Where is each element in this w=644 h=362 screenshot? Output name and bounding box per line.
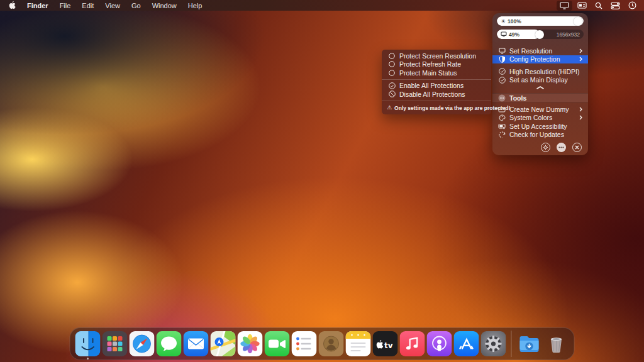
dock-trash[interactable] xyxy=(544,331,569,356)
submenu-item-disable-all-protections[interactable]: Disable All Protections xyxy=(382,90,491,99)
palette-icon xyxy=(498,114,506,121)
circle-icon xyxy=(388,70,396,76)
menu-help[interactable]: Help xyxy=(188,2,203,9)
running-indicator xyxy=(87,358,89,359)
menu-file[interactable]: File xyxy=(60,2,71,9)
dock-app-app-store[interactable] xyxy=(454,331,479,356)
dock-app-finder[interactable] xyxy=(75,331,101,356)
dock-app-system-settings[interactable] xyxy=(481,331,506,356)
menu-bar: Finder File Edit View Go Window Help xyxy=(0,0,644,11)
circle-icon xyxy=(388,53,396,59)
settings-gear-button[interactable] xyxy=(541,143,550,152)
menu-go[interactable]: Go xyxy=(131,2,141,9)
display-icon xyxy=(498,48,506,54)
dock-app-music[interactable] xyxy=(400,331,425,356)
dock: tv xyxy=(70,327,575,360)
scale-slider-knob[interactable] xyxy=(535,30,544,39)
brightness-icon: ☀ xyxy=(501,18,506,25)
dock-app-contacts[interactable] xyxy=(319,331,344,356)
brightness-value: 100% xyxy=(508,18,521,25)
display-menu-popover: ☀ 100% 49% 1656x932 Set Resolution xyxy=(492,13,588,155)
menu-item-set-resolution[interactable]: Set Resolution xyxy=(492,47,588,55)
scale-value: 49% xyxy=(509,31,519,38)
check-circle-icon xyxy=(498,68,506,75)
brightness-slider[interactable]: ☀ 100% xyxy=(497,16,584,26)
circle-ellipsis-icon xyxy=(498,94,506,102)
menu-item-set-main-display[interactable]: Set as Main Display xyxy=(492,76,588,85)
dock-app-mail[interactable] xyxy=(184,331,209,356)
dock-app-safari[interactable] xyxy=(130,331,155,356)
config-protection-submenu: Protect Screen Resolution Protect Refres… xyxy=(382,50,491,114)
dock-app-messages[interactable] xyxy=(157,331,182,356)
dock-app-maps[interactable] xyxy=(211,331,236,356)
menu-item-config-protection[interactable]: Config Protection xyxy=(492,55,588,64)
display-panel-icon[interactable] xyxy=(577,2,587,9)
dock-app-facetime[interactable] xyxy=(265,331,290,356)
shield-icon xyxy=(498,56,506,63)
menu-item-high-resolution[interactable]: High Resolution (HiDPI) xyxy=(492,67,588,76)
chevron-right-icon xyxy=(579,107,582,112)
control-center-icon[interactable] xyxy=(611,2,620,9)
dock-app-photos[interactable] xyxy=(238,331,263,356)
check-circle-icon xyxy=(498,77,506,84)
separator xyxy=(382,101,491,101)
scale-slider[interactable]: 49% 1656x932 xyxy=(497,30,584,39)
chevron-right-icon xyxy=(579,48,582,53)
menu-edit[interactable]: Edit xyxy=(82,2,94,9)
circle-icon xyxy=(388,61,396,67)
display-icon xyxy=(501,31,507,37)
protection-warning: ⚠ Only settings made via the app are pro… xyxy=(382,103,491,112)
submenu-item-protect-screen-resolution[interactable]: Protect Screen Resolution xyxy=(382,52,491,60)
dock-app-downloads[interactable] xyxy=(517,331,542,356)
warning-triangle-icon: ⚠ xyxy=(387,105,392,111)
dock-app-reminders[interactable] xyxy=(292,331,317,356)
dock-app-notes[interactable] xyxy=(346,331,371,356)
collapse-chevron-icon[interactable] xyxy=(492,84,588,90)
menu-item-check-for-updates[interactable]: Check for Updates xyxy=(492,131,588,140)
accessibility-display-icon xyxy=(498,123,506,129)
svg-text:tv: tv xyxy=(384,341,393,350)
submenu-item-enable-all-protections[interactable]: Enable All Protections xyxy=(382,82,491,90)
apple-menu[interactable] xyxy=(9,1,16,9)
dock-app-podcasts[interactable] xyxy=(427,331,452,356)
clock-icon[interactable] xyxy=(628,1,636,9)
menu-view[interactable]: View xyxy=(105,2,120,9)
spotlight-search-icon[interactable] xyxy=(595,2,602,9)
desktop: Finder File Edit View Go Window Help xyxy=(0,0,644,362)
resolution-readout: 1656x932 xyxy=(557,30,580,39)
dock-app-tv[interactable]: tv xyxy=(373,331,398,356)
submenu-item-protect-main-status[interactable]: Protect Main Status xyxy=(382,69,491,77)
menu-item-set-up-accessibility[interactable]: Set Up Accessibility xyxy=(492,122,588,131)
dock-app-launchpad[interactable] xyxy=(103,331,128,356)
separator xyxy=(382,79,491,80)
dock-separator xyxy=(511,331,512,357)
check-circle-icon xyxy=(388,82,396,89)
tools-section-header: Tools xyxy=(492,93,588,102)
quit-button[interactable] xyxy=(572,143,582,152)
menubar-app-name[interactable]: Finder xyxy=(27,2,48,9)
slash-circle-icon xyxy=(388,90,396,97)
submenu-item-protect-refresh-rate[interactable]: Protect Refresh Rate xyxy=(382,60,491,69)
refresh-circle-icon xyxy=(498,131,506,138)
chevron-right-icon xyxy=(579,57,582,62)
menu-window[interactable]: Window xyxy=(152,2,177,9)
menu-item-system-colors[interactable]: System Colors xyxy=(492,114,588,123)
display-icon[interactable] xyxy=(557,1,572,11)
brightness-slider-knob[interactable] xyxy=(574,17,582,26)
chevron-right-icon xyxy=(579,115,582,120)
more-options-button[interactable] xyxy=(557,143,566,152)
